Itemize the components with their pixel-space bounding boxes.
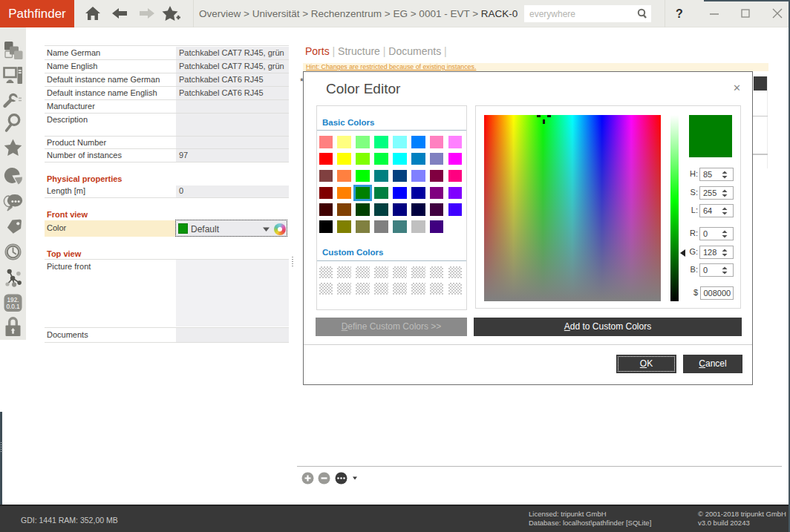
svg-text:0.0.1: 0.0.1 xyxy=(6,303,20,310)
svg-text:192.: 192. xyxy=(7,297,19,303)
